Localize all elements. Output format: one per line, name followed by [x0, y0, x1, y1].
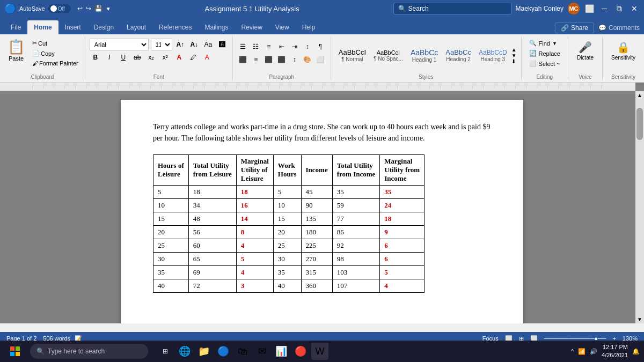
table-cell: 10	[273, 199, 301, 212]
cut-button[interactable]: ✂ Cut	[30, 39, 80, 48]
tab-review[interactable]: Review	[235, 20, 268, 34]
style-normal[interactable]: AaBbCcI ¶ Normal	[335, 47, 369, 63]
align-right-button[interactable]: ⬛	[263, 54, 275, 65]
underline-button[interactable]: U	[118, 51, 129, 63]
align-left-button[interactable]: ⬛	[237, 54, 249, 65]
justify-button[interactable]: ⬛	[276, 54, 288, 65]
styles-down-icon[interactable]: ▼	[511, 53, 517, 58]
user-avatar[interactable]: MC	[568, 3, 580, 14]
title-bar: 🔵 AutoSave Off ↩ ↪ 💾 ▼ Assignment 5.1 Ut…	[0, 0, 644, 17]
tab-view[interactable]: View	[269, 20, 296, 34]
styles-scroll[interactable]: ▲ ▼ ⬇	[511, 47, 517, 64]
replace-button[interactable]: 🔄 Replace	[526, 49, 564, 58]
scroll-thumb[interactable]	[636, 108, 643, 140]
table-header-row: Hours ofLeisure Total Utilityfrom Leisur…	[153, 155, 425, 186]
highlight-button[interactable]: 🖊	[187, 51, 199, 63]
taskbar-search[interactable]: 🔍 Type here to search	[30, 344, 148, 359]
italic-button[interactable]: I	[104, 51, 115, 63]
font-grow-button[interactable]: A↑	[174, 39, 186, 50]
app-icon-2[interactable]: 🔴	[292, 343, 309, 360]
redo-icon[interactable]: ↪	[86, 5, 91, 12]
tab-file[interactable]: File	[4, 20, 27, 34]
find-dropdown-icon[interactable]: ▼	[552, 41, 557, 46]
style-heading2[interactable]: AaBbCc Heading 2	[442, 47, 474, 63]
start-button[interactable]	[4, 341, 26, 362]
close-icon[interactable]: ✕	[629, 4, 640, 13]
font-color-2-button[interactable]: A	[201, 51, 213, 63]
increase-indent-button[interactable]: ⇥	[289, 41, 301, 53]
find-button[interactable]: 🔍 Find ▼	[526, 39, 564, 48]
multilevel-list-button[interactable]: ≡	[263, 41, 275, 53]
share-button[interactable]: 🔗 Share	[555, 23, 594, 33]
styles-up-icon[interactable]: ▲	[511, 47, 517, 53]
task-view-button[interactable]: ⊞	[157, 343, 174, 360]
tab-mailings[interactable]: Mailings	[198, 20, 235, 34]
sensitivity-button[interactable]: 🔒 Sensitivity	[607, 39, 640, 63]
scroll-down-arrow[interactable]: ▼	[636, 315, 643, 323]
sort-button[interactable]: ↕	[302, 41, 313, 53]
table-row: 154814151357718	[153, 212, 425, 226]
network-icon[interactable]: 📶	[578, 348, 586, 355]
mail-icon[interactable]: ✉	[253, 343, 270, 360]
superscript-button[interactable]: x²	[159, 51, 171, 63]
subscript-button[interactable]: x₂	[145, 51, 157, 63]
dictate-button[interactable]: 🎤 Dictate	[573, 39, 598, 63]
select-button[interactable]: ⬜ Select ~	[526, 59, 564, 68]
clear-formatting-button[interactable]: 🅰	[216, 39, 228, 50]
format-painter-button[interactable]: 🖌 Format Painter	[30, 59, 80, 68]
chrome-icon[interactable]: 🔵	[215, 343, 232, 360]
app-icon-1[interactable]: 📊	[273, 343, 290, 360]
bold-button[interactable]: B	[90, 51, 101, 63]
table-cell: 25	[273, 239, 301, 253]
font-color-button[interactable]: A	[173, 51, 185, 63]
numbered-list-button[interactable]: ☷	[250, 41, 262, 53]
style-heading1[interactable]: AaBbCc Heading 1	[407, 47, 441, 64]
styles-expand-icon[interactable]: ⬇	[511, 58, 517, 64]
show-marks-button[interactable]: ¶	[314, 41, 326, 53]
font-family-select[interactable]: Arial	[90, 39, 149, 50]
customize-icon[interactable]: ▼	[106, 6, 111, 12]
style-no-spacing[interactable]: AaBbCcI ¶ No Spac...	[370, 48, 406, 63]
tab-layout[interactable]: Layout	[120, 20, 152, 34]
font-shrink-button[interactable]: A↓	[188, 39, 200, 50]
tab-insert[interactable]: Insert	[58, 20, 87, 34]
taskbar-arrow-icon[interactable]: ^	[571, 348, 574, 354]
tab-references[interactable]: References	[152, 20, 198, 34]
save-icon[interactable]: 💾	[94, 5, 103, 12]
align-center-button[interactable]: ≡	[250, 54, 262, 65]
volume-icon[interactable]: 🔊	[590, 348, 597, 355]
restore-icon[interactable]: ⬜	[584, 4, 595, 13]
decrease-indent-button[interactable]: ⇤	[276, 41, 288, 53]
explorer-icon[interactable]: 📁	[195, 343, 213, 360]
word-taskbar-icon[interactable]: W	[311, 343, 328, 360]
document[interactable]: Terry attends college and works part-tim…	[121, 100, 523, 323]
tab-help[interactable]: Help	[296, 20, 322, 34]
vertical-scrollbar[interactable]: ▲ ▼	[635, 91, 644, 323]
store-icon[interactable]: 🛍	[234, 343, 251, 360]
borders-button[interactable]: ⬜	[314, 54, 326, 65]
taskbar-clock[interactable]: 12:17 PM 4/26/2021	[602, 343, 628, 360]
edge-icon[interactable]: 🌐	[176, 343, 193, 360]
paragraph-controls: ☰ ☷ ≡ ⇤ ⇥ ↕ ¶ ⬛ ≡ ⬛ ⬛ ↕ 🎨 ⬜	[237, 39, 326, 65]
strikethrough-button[interactable]: ab	[131, 51, 143, 63]
paste-button[interactable]: 📋 Paste	[4, 39, 28, 62]
copy-button[interactable]: 📄 Copy	[30, 49, 80, 58]
style-heading3[interactable]: AaBbCcD Heading 3	[475, 48, 510, 63]
notification-icon[interactable]: 🔔	[632, 348, 640, 355]
title-search-box[interactable]: 🔍 Search	[393, 3, 511, 14]
change-case-button[interactable]: Aa	[202, 39, 214, 50]
line-spacing-button[interactable]: ↕	[289, 54, 301, 65]
maximize-icon[interactable]: ⧉	[614, 4, 625, 13]
shading-button[interactable]: 🎨	[302, 54, 313, 65]
scroll-up-arrow[interactable]: ▲	[636, 91, 643, 99]
tab-home[interactable]: Home	[27, 20, 58, 34]
bullets-button[interactable]: ☰	[237, 41, 249, 53]
undo-icon[interactable]: ↩	[77, 5, 83, 12]
font-size-select[interactable]: 11	[151, 39, 172, 50]
comments-button[interactable]: 💬 Comments	[598, 24, 640, 32]
sensitivity-icon: 🔒	[617, 41, 630, 54]
title-bar-right: 🔍 Search Maekyah Conley MC ⬜ ─ ⧉ ✕	[393, 3, 640, 14]
autosave-toggle[interactable]: Off	[48, 4, 71, 13]
minimize-icon[interactable]: ─	[599, 4, 610, 13]
tab-design[interactable]: Design	[87, 20, 120, 34]
